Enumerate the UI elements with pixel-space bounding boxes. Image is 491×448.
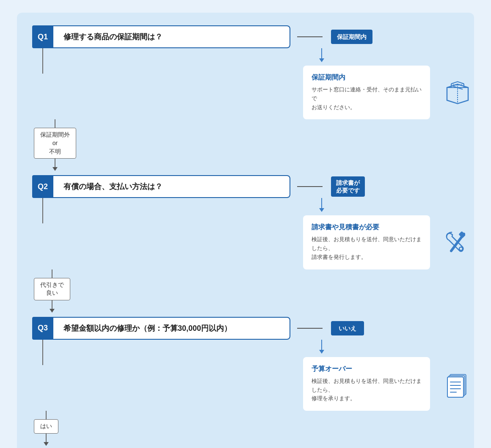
q3-info-section: 予算オーバー 検証後、お見積もりを送付、同意いただけましたら、 修理を承ります。	[32, 340, 459, 411]
q3-info-card: 予算オーバー 検証後、お見積もりを送付、同意いただけましたら、 修理を承ります。	[303, 357, 430, 411]
svg-point-2	[459, 247, 463, 250]
q2-right-arrowhead	[319, 208, 324, 212]
q1-right-label: 保証期間内	[331, 30, 372, 44]
q1-branch-vline2	[55, 159, 55, 167]
q1-info-section: 保証期間内 サポート窓口に連絡・受付、そのまま元払いで お送りください。	[32, 48, 459, 119]
q1-info-card: 保証期間内 サポート窓口に連絡・受付、そのまま元払いで お送りください。	[303, 66, 430, 119]
q3-info-text: 検証後、お見積もりを送付、同意いただけましたら、 修理を承ります。	[312, 377, 422, 403]
q3-branch-arrowhead	[44, 442, 49, 446]
q1-box-wrapper: Q1 修理する商品の保証期間は？	[32, 25, 290, 48]
q3-branch-row: はい	[32, 411, 459, 446]
q2-info-text: 検証後、お見積もりを送付、同意いただけましたら、 請求書を発行します。	[312, 235, 422, 261]
q2-branch-vline1	[52, 269, 52, 278]
q3-branch-left: はい	[32, 411, 58, 446]
q1-right-arrow-line	[321, 48, 322, 58]
q2-right-arrow-line	[321, 198, 322, 208]
q1-left-vline-wrapper	[32, 48, 299, 119]
q2-info-card-row: 請求書や見積書が必要 検証後、お見積もりを送付、同意いただけましたら、 請求書を…	[303, 215, 477, 269]
q3-box-wrapper: Q3 希望金額以内の修理か（例：予算30,000円以内）	[32, 317, 290, 340]
q3-badge: Q3	[32, 317, 53, 340]
q2-hline	[297, 186, 323, 187]
flowchart: Q1 修理する商品の保証期間は？ 保証期間内	[32, 25, 459, 448]
q1-right-info-wrapper: 保証期間内 サポート窓口に連絡・受付、そのまま元払いで お送りください。	[299, 48, 477, 119]
svg-rect-1	[459, 231, 466, 238]
q3-branch-label: はい	[34, 419, 58, 434]
q3-right-connector: いいえ	[297, 321, 364, 335]
q3-right-label: いいえ	[331, 321, 364, 335]
page-background: Q1 修理する商品の保証期間は？ 保証期間内	[17, 13, 474, 448]
q2-row: Q2 有償の場合、支払い方法は？ 請求書が 必要です	[32, 175, 459, 198]
q2-info-section: 請求書や見積書が必要 検証後、お見積もりを送付、同意いただけましたら、 請求書を…	[32, 198, 459, 269]
q1-branch-left: 保証期間外 or 不明	[32, 119, 76, 171]
q2-question: 有償の場合、支払い方法は？	[53, 175, 290, 198]
q1-branch-label: 保証期間外 or 不明	[34, 128, 76, 159]
q2-right-arrow	[319, 198, 324, 212]
q2-icon	[439, 225, 477, 259]
q1-branch-vline1	[55, 119, 55, 128]
q1-hline	[297, 36, 323, 37]
q1-right-connector: 保証期間内	[297, 30, 372, 44]
q2-badge: Q2	[32, 175, 53, 198]
q2-right-info-wrapper: 請求書や見積書が必要 検証後、お見積もりを送付、同意いただけましたら、 請求書を…	[299, 198, 477, 269]
q2-right-connector: 請求書が 必要です	[297, 176, 365, 197]
q1-row: Q1 修理する商品の保証期間は？ 保証期間内	[32, 25, 459, 48]
q3-branch-vline2	[46, 434, 47, 442]
q1-right-arrowhead	[319, 58, 324, 62]
q1-left-vline	[42, 48, 43, 74]
q1-info-text: サポート窓口に連絡・受付、そのまま元払いで お送りください。	[312, 85, 422, 112]
q2-info-card: 請求書や見積書が必要 検証後、お見積もりを送付、同意いただけましたら、 請求書を…	[303, 215, 430, 269]
q2-left-vline-wrapper	[32, 198, 299, 269]
q2-branch-left: 代引きで 良い	[32, 269, 70, 313]
q3-info-title: 予算オーバー	[312, 365, 422, 374]
q3-icon	[439, 367, 477, 401]
q3-right-arrow	[319, 340, 324, 354]
q2-branch-label: 代引きで 良い	[34, 278, 70, 300]
q1-branch-row: 保証期間外 or 不明	[32, 119, 459, 171]
q1-question: 修理する商品の保証期間は？	[53, 25, 290, 48]
q1-right-arrow	[319, 48, 324, 62]
q3-row: Q3 希望金額以内の修理か（例：予算30,000円以内） いいえ	[32, 317, 459, 340]
q3-branch-vline1	[46, 411, 47, 419]
q1-badge: Q1	[32, 25, 53, 48]
q2-branch-arrowhead	[50, 309, 55, 313]
q2-branch-row: 代引きで 良い	[32, 269, 459, 313]
q3-question: 希望金額以内の修理か（例：予算30,000円以内）	[53, 317, 290, 340]
q3-right-arrow-line	[321, 340, 322, 350]
q3-left-vline	[42, 340, 43, 365]
svg-rect-5	[447, 377, 463, 397]
q3-info-card-row: 予算オーバー 検証後、お見積もりを送付、同意いただけましたら、 修理を承ります。	[303, 357, 477, 411]
q2-left-vline	[42, 198, 43, 223]
q1-icon	[439, 76, 477, 110]
q1-info-title: 保証期間内	[312, 73, 422, 82]
q2-box-wrapper: Q2 有償の場合、支払い方法は？	[32, 175, 290, 198]
q1-branch-arrowhead	[52, 167, 58, 171]
q3-right-info-wrapper: 予算オーバー 検証後、お見積もりを送付、同意いただけましたら、 修理を承ります。	[299, 340, 477, 411]
q2-info-title: 請求書や見積書が必要	[312, 223, 422, 232]
q3-hline	[297, 328, 323, 329]
q1-info-card-row: 保証期間内 サポート窓口に連絡・受付、そのまま元払いで お送りください。	[303, 66, 477, 119]
q2-branch-vline2	[52, 300, 52, 309]
q2-right-label: 請求書が 必要です	[331, 176, 365, 197]
q3-left-vline-wrapper	[32, 340, 299, 411]
q3-right-arrowhead	[319, 350, 324, 354]
